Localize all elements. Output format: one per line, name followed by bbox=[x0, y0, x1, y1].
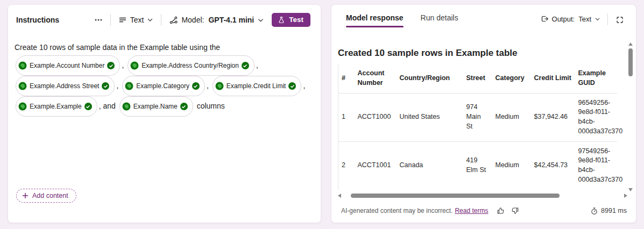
cell-index: 1 bbox=[338, 93, 355, 141]
scroll-up-arrow-icon[interactable] bbox=[628, 42, 633, 46]
output-label: Output: bbox=[552, 15, 575, 23]
cell-country-region: United States bbox=[397, 93, 463, 141]
panel-title: Instructions bbox=[16, 16, 59, 24]
table-row: 2 ACCT1001 Canada 419 Elm St Medium $42,… bbox=[338, 141, 617, 190]
scroll-right-arrow-icon[interactable] bbox=[624, 194, 627, 198]
response-footer: AI-generated content may be incorrect. R… bbox=[341, 205, 627, 217]
model-response-panel: Model response Run details Output: Text … bbox=[331, 4, 636, 223]
output-dropdown[interactable]: Output: Text bbox=[539, 13, 602, 24]
column-header: Example GUID bbox=[575, 64, 617, 93]
thumbs-down-button[interactable] bbox=[509, 205, 521, 217]
vertical-scrollbar[interactable] bbox=[628, 42, 633, 191]
column-token-label: Example.Example bbox=[30, 98, 82, 114]
separator-text: , bbox=[256, 61, 258, 69]
fullscreen-icon bbox=[615, 16, 624, 24]
column-token-label: Example.Credit Limit bbox=[227, 78, 286, 94]
instructions-header: Instructions Text Model: GPT-4.1 mini bbox=[8, 5, 321, 27]
separator-text: , bbox=[207, 81, 209, 90]
column-token-address-street[interactable]: Example.Address Street bbox=[16, 76, 115, 96]
test-button-label: Test bbox=[289, 16, 303, 24]
thumbs-down-icon bbox=[511, 206, 520, 215]
response-heading: Created 10 sample rows in Example table bbox=[338, 48, 631, 59]
divider bbox=[110, 14, 111, 26]
column-header: # bbox=[338, 64, 355, 93]
model-icon bbox=[169, 16, 178, 25]
thumbs-up-button[interactable] bbox=[494, 205, 506, 217]
model-label: Model: bbox=[181, 16, 204, 24]
chevron-down-icon bbox=[147, 17, 153, 23]
column-token-label: Example.Account Number bbox=[30, 58, 104, 74]
column-token-address-country-region[interactable]: Example.Address Country/Region bbox=[128, 55, 254, 76]
model-dropdown[interactable]: Model: GPT-4.1 mini bbox=[167, 14, 266, 26]
checkmark-icon bbox=[107, 62, 115, 69]
fullscreen-button[interactable] bbox=[613, 13, 626, 26]
cell-account-number: ACCT1001 bbox=[355, 141, 397, 190]
add-content-button[interactable]: Add content bbox=[16, 189, 76, 203]
prompt-text: Create 10 rows of sample data in the Exa… bbox=[15, 43, 220, 52]
column-token-credit-limit[interactable]: Example.Credit Limit bbox=[213, 76, 302, 96]
separator-text: , and bbox=[99, 102, 116, 110]
thumbs-up-icon bbox=[496, 206, 505, 215]
column-token-example[interactable]: Example.Example bbox=[16, 96, 97, 117]
column-token-account-number[interactable]: Example.Account Number bbox=[16, 55, 120, 76]
plus-icon bbox=[22, 192, 29, 199]
dataverse-icon bbox=[215, 82, 224, 90]
table-row: 1 ACCT1000 United States 974 Main St Med… bbox=[338, 93, 617, 141]
output-icon bbox=[540, 15, 549, 23]
model-value: GPT-4.1 mini bbox=[208, 16, 254, 24]
cell-category: Medium bbox=[492, 141, 531, 190]
column-header: Category bbox=[492, 64, 531, 93]
chevron-down-icon bbox=[595, 16, 600, 22]
scroll-left-arrow-icon[interactable] bbox=[338, 194, 341, 198]
dataverse-icon bbox=[18, 82, 27, 90]
separator-text: , bbox=[116, 81, 118, 90]
more-options-button[interactable] bbox=[92, 13, 105, 26]
duration: 8991 ms bbox=[601, 207, 627, 214]
dataverse-icon bbox=[18, 102, 27, 111]
prompt-editor[interactable]: Create 10 rows of sample data in the Exa… bbox=[8, 27, 315, 117]
column-header: Credit Limit bbox=[531, 64, 575, 93]
horizontal-scrollbar-thumb[interactable] bbox=[351, 194, 560, 198]
column-token-category[interactable]: Example.Category bbox=[122, 76, 205, 96]
cell-example-guid: 96549256-9e8d-f011-b4cb-000d3a37c370 bbox=[575, 93, 617, 141]
column-token-label: Example.Category bbox=[136, 78, 189, 94]
text-format-icon bbox=[118, 16, 127, 24]
checkmark-icon bbox=[84, 103, 92, 110]
dataverse-icon bbox=[125, 82, 133, 90]
cell-country-region: Canada bbox=[397, 141, 463, 190]
cell-credit-limit: $37,942.46 bbox=[531, 93, 575, 141]
cell-credit-limit: $42,454.73 bbox=[531, 141, 575, 190]
tab-model-response[interactable]: Model response bbox=[346, 13, 404, 27]
timer-icon bbox=[590, 207, 598, 215]
column-token-label: Example.Name bbox=[133, 98, 178, 114]
horizontal-scrollbar[interactable] bbox=[338, 192, 627, 199]
cell-category: Medium bbox=[492, 93, 531, 141]
read-terms-link[interactable]: Read terms bbox=[455, 207, 488, 214]
response-table: # Account Number Country/Region Street C… bbox=[338, 64, 617, 190]
column-token-name[interactable]: Example.Name bbox=[119, 96, 193, 117]
instructions-panel: Instructions Text Model: GPT-4.1 mini bbox=[8, 4, 321, 223]
response-header: Model response Run details Output: Text bbox=[331, 5, 636, 27]
divider bbox=[161, 14, 161, 26]
format-value: Text bbox=[130, 16, 144, 24]
test-button[interactable]: Test bbox=[272, 13, 310, 27]
model-response-content: Created 10 sample rows in Example table … bbox=[338, 40, 631, 191]
column-header: Street bbox=[463, 64, 492, 93]
tab-run-details[interactable]: Run details bbox=[421, 13, 458, 27]
separator-text: , bbox=[303, 81, 305, 90]
cell-street: 419 Elm St bbox=[463, 141, 492, 190]
format-dropdown[interactable]: Text bbox=[116, 14, 156, 26]
table-header-row: # Account Number Country/Region Street C… bbox=[338, 64, 617, 93]
vertical-scrollbar-thumb[interactable] bbox=[628, 48, 633, 76]
scroll-down-arrow-icon[interactable] bbox=[628, 188, 633, 191]
cell-index: 2 bbox=[338, 141, 355, 190]
column-token-label: Example.Address Street bbox=[30, 78, 99, 94]
dataverse-icon bbox=[130, 61, 139, 70]
cell-street: 974 Main St bbox=[463, 93, 492, 141]
dataverse-icon bbox=[122, 102, 131, 111]
horizontal-scrollbar-track[interactable] bbox=[345, 194, 620, 198]
divider bbox=[607, 13, 608, 25]
dataverse-icon bbox=[18, 61, 27, 70]
separator-text: columns bbox=[197, 102, 225, 110]
separator-text: , bbox=[122, 61, 124, 69]
